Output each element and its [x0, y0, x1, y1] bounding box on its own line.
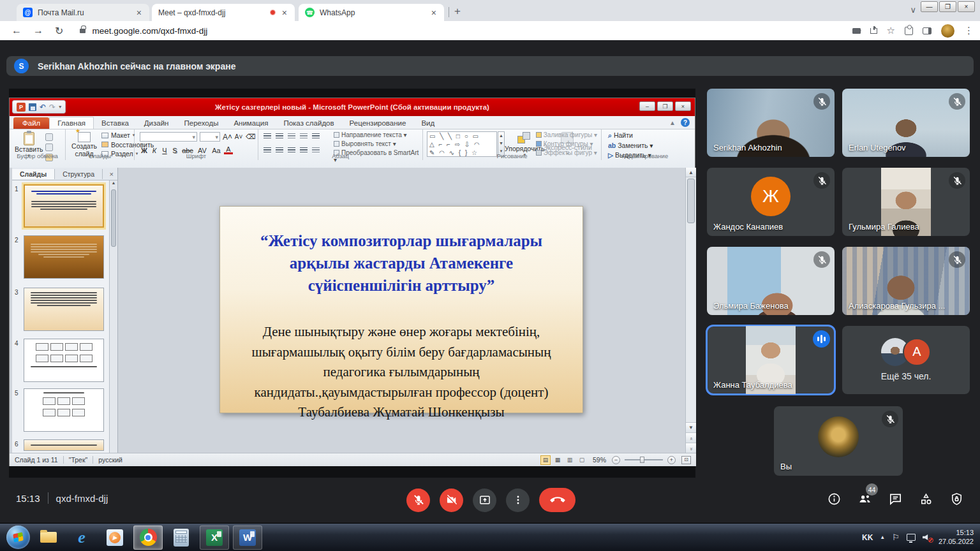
extensions-puzzle-icon[interactable]	[905, 27, 913, 35]
tile-more-participants[interactable]: A Ещё 35 чел.	[842, 326, 970, 394]
side-panel-icon[interactable]	[923, 27, 932, 34]
minimize-button[interactable]: —	[921, 1, 938, 12]
ribbon-tab-animations[interactable]: Анимация	[226, 117, 276, 129]
panel-scrollbar[interactable]: ▲	[109, 180, 117, 453]
cut-icon[interactable]	[45, 133, 53, 141]
back-button[interactable]: ←	[11, 25, 22, 36]
copy-icon[interactable]	[45, 143, 53, 151]
current-slide[interactable]: “Жетісу композиторлар шығармалары арқылы…	[219, 206, 583, 413]
slide-thumbnail-4[interactable]	[24, 339, 104, 382]
redo-icon[interactable]: ↷	[49, 103, 56, 112]
tile-elmira[interactable]: Эльмира Баженова	[707, 247, 835, 315]
slide-thumbnail-1[interactable]	[24, 184, 104, 228]
url-text[interactable]: meet.google.com/qxd-fmxd-djj	[92, 26, 207, 36]
tab-mailru[interactable]: @ Почта Mail.ru ×	[17, 4, 149, 21]
zoom-slider[interactable]	[625, 459, 663, 460]
tile-zhandos[interactable]: Ж Жандос Канапиев	[707, 168, 835, 236]
zoom-in-button[interactable]: +	[667, 456, 676, 464]
scroll-down-icon[interactable]: ▼	[686, 422, 696, 432]
font-name-box[interactable]: ▾	[140, 132, 197, 142]
shape-fill-button[interactable]: Заливка фигуры ▾	[536, 131, 597, 138]
ribbon-tab-slideshow[interactable]: Показ слайдов	[276, 117, 341, 129]
taskbar-excel[interactable]: X	[200, 525, 229, 550]
undo-icon[interactable]: ↶	[40, 103, 46, 112]
language-indicator[interactable]: русский	[98, 456, 122, 464]
ribbon-tab-insert[interactable]: Вставка	[94, 117, 137, 129]
panel-close-icon[interactable]: ×	[110, 170, 114, 178]
tile-aliaskarova[interactable]: Алиаскарова Гульзира ...	[842, 247, 970, 315]
tile-you[interactable]: Вы	[774, 406, 903, 476]
shape-outline-button[interactable]: Контур фигуры ▾	[536, 140, 597, 147]
browser-menu-icon[interactable]: ⋮	[964, 25, 974, 36]
ribbon-tab-view[interactable]: Вид	[413, 117, 442, 129]
help-icon[interactable]: ?	[681, 118, 690, 127]
grow-font-icon[interactable]: А˄	[223, 133, 232, 142]
font-size-box[interactable]: ▾	[200, 132, 220, 142]
participants-icon[interactable]: 44	[857, 491, 873, 507]
collapse-ribbon-icon[interactable]: ▲	[669, 119, 676, 126]
mic-toggle-button[interactable]	[406, 489, 430, 512]
share-icon[interactable]	[870, 28, 877, 34]
shrink-font-icon[interactable]: А˅	[234, 133, 243, 140]
zoom-out-button[interactable]: −	[612, 456, 620, 464]
reading-view-button[interactable]: ▥	[565, 455, 575, 465]
tab-whatsapp[interactable]: ☎ WhatsApp ×	[299, 4, 444, 21]
tab-meet[interactable]: Meet – qxd-fmxd-djj ×	[152, 4, 295, 21]
more-options-button[interactable]	[506, 489, 530, 512]
taskbar-calculator[interactable]	[167, 525, 196, 550]
bullets-icon[interactable]	[264, 133, 271, 139]
volume-muted-icon[interactable]	[923, 534, 932, 541]
ribbon-tab-file[interactable]: Файл	[13, 117, 49, 129]
slide-thumbnail-2[interactable]	[24, 235, 104, 279]
ppt-minimize-button[interactable]: –	[639, 101, 655, 111]
fit-to-window-button[interactable]: ⊡	[681, 456, 691, 464]
next-slide-button[interactable]: »	[686, 443, 696, 453]
new-tab-button[interactable]: +	[454, 5, 461, 18]
previous-slide-button[interactable]: «	[686, 432, 696, 443]
indent-decrease-icon[interactable]	[288, 133, 295, 139]
meeting-details-icon[interactable]	[826, 491, 842, 507]
taskbar-word[interactable]: W	[233, 525, 262, 550]
tile-zhanna-speaking[interactable]: Жанна Таубалдиева	[707, 326, 835, 394]
ribbon-tab-home[interactable]: Главная	[49, 117, 94, 129]
host-controls-icon[interactable]	[949, 491, 965, 507]
restore-button[interactable]: ❐	[939, 1, 956, 12]
tab-close-icon[interactable]: ×	[135, 8, 143, 17]
canvas-scrollbar[interactable]: ▲ ▼ « »	[685, 168, 696, 453]
line-spacing-icon[interactable]	[312, 133, 320, 139]
qat-dropdown-icon[interactable]: ▾	[59, 104, 61, 110]
ribbon-tab-review[interactable]: Рецензирование	[342, 117, 414, 129]
camera-toggle-button[interactable]	[440, 489, 463, 512]
ppt-close-button[interactable]: ×	[675, 101, 691, 111]
slide-thumbnail-3[interactable]	[24, 288, 104, 331]
start-button[interactable]	[6, 525, 30, 549]
ribbon-tab-transitions[interactable]: Переходы	[176, 117, 226, 129]
indent-increase-icon[interactable]	[300, 133, 308, 139]
network-icon[interactable]	[907, 534, 916, 541]
slide-sorter-button[interactable]: ▦	[553, 455, 563, 465]
profile-avatar[interactable]	[941, 24, 954, 38]
save-icon[interactable]	[29, 103, 36, 111]
text-direction-button[interactable]: Направление текста ▾	[334, 131, 422, 138]
ribbon-tab-design[interactable]: Дизайн	[137, 117, 177, 129]
hidden-icons-chevron[interactable]: ▲	[880, 534, 885, 540]
site-security[interactable]	[80, 29, 85, 33]
tray-clock[interactable]: 15:13 27.05.2022	[939, 529, 974, 547]
find-button[interactable]: ⌕Найти	[608, 131, 653, 140]
numbering-icon[interactable]	[276, 133, 283, 139]
clear-format-icon[interactable]: ⌫	[246, 133, 255, 141]
tile-serikhan[interactable]: Serikhan Akhozhin	[707, 89, 835, 157]
replace-button[interactable]: abЗаменить ▾	[608, 142, 653, 149]
action-center-flag-icon[interactable]: ⚐	[892, 533, 900, 542]
tab-close-icon[interactable]: ×	[430, 8, 438, 17]
taskbar-chrome[interactable]	[133, 525, 163, 550]
scroll-thumb[interactable]	[687, 179, 695, 223]
leave-call-button[interactable]	[539, 488, 575, 512]
slideshow-button[interactable]: ▢	[577, 455, 587, 465]
tile-gulmira[interactable]: Гульмира Галиева	[842, 168, 970, 236]
camera-permission-icon[interactable]	[852, 28, 861, 34]
scroll-up-icon[interactable]: ▲	[686, 168, 696, 177]
language-indicator[interactable]: KK	[862, 533, 873, 542]
activities-icon[interactable]	[918, 491, 934, 507]
panel-tab-slides[interactable]: Слайды	[12, 169, 55, 179]
